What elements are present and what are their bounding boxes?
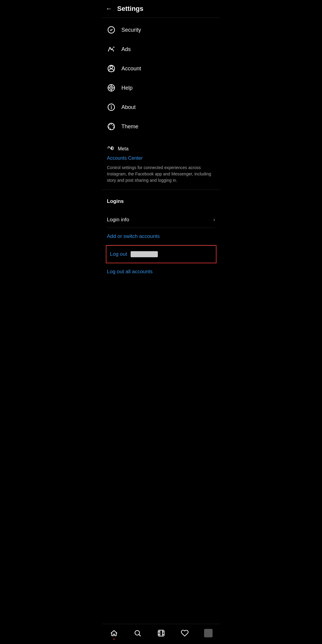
- svg-point-5: [110, 87, 112, 88]
- account-icon: [107, 64, 115, 73]
- meta-description: Control settings for connected experienc…: [107, 165, 215, 184]
- theme-icon: [107, 122, 115, 131]
- security-icon: [107, 26, 115, 34]
- svg-point-10: [111, 124, 112, 125]
- meta-logo-text: Meta: [118, 146, 129, 152]
- logins-title: Logins: [107, 198, 215, 204]
- theme-label: Theme: [122, 123, 138, 130]
- sidebar-item-help[interactable]: Help: [102, 78, 220, 98]
- meta-logo-row: Meta: [107, 146, 215, 152]
- sidebar-item-account[interactable]: Account: [102, 59, 220, 78]
- svg-point-1: [110, 66, 112, 69]
- home-icon: [110, 629, 118, 637]
- back-button[interactable]: ←: [106, 5, 112, 13]
- login-info-row[interactable]: Login info ›: [107, 212, 215, 228]
- about-icon: [107, 103, 115, 111]
- svg-point-13: [109, 124, 110, 125]
- logout-all-link[interactable]: Log out all accounts: [107, 263, 215, 280]
- nav-home[interactable]: [107, 627, 121, 639]
- ads-label: Ads: [122, 46, 131, 53]
- sidebar-item-ads[interactable]: Ads: [102, 40, 220, 59]
- logins-links: Login info › Add or switch accounts Log …: [102, 212, 220, 280]
- search-icon: [134, 629, 141, 637]
- svg-point-12: [113, 127, 114, 128]
- svg-point-8: [111, 106, 111, 106]
- profile-thumbnail: [204, 629, 213, 637]
- account-label: Account: [122, 66, 141, 72]
- about-label: About: [122, 104, 136, 111]
- divider: [102, 190, 220, 190]
- nav-profile[interactable]: [201, 627, 216, 639]
- heart-icon: [181, 629, 189, 637]
- page-title: Settings: [117, 5, 144, 13]
- logout-row[interactable]: Log out: [106, 245, 216, 263]
- reels-icon: [157, 629, 165, 637]
- nav-search[interactable]: [130, 627, 145, 639]
- bottom-nav: [102, 624, 220, 644]
- chevron-right-icon: ›: [213, 216, 215, 223]
- sidebar-item-security[interactable]: Security: [102, 20, 220, 40]
- ads-icon: [107, 45, 115, 53]
- logout-label: Log out: [110, 251, 127, 257]
- svg-point-11: [112, 125, 113, 126]
- help-icon: [107, 84, 115, 92]
- home-active-dot: [113, 639, 115, 640]
- meta-section: Meta Accounts Center Control settings fo…: [102, 139, 220, 188]
- svg-rect-17: [158, 630, 164, 636]
- logins-section: Logins: [102, 191, 220, 212]
- nav-reels[interactable]: [154, 627, 168, 639]
- login-info-label: Login info: [107, 217, 129, 223]
- username-redacted: [131, 251, 158, 257]
- meta-logo-icon: [107, 146, 115, 152]
- settings-menu: Security Ads Account: [102, 18, 220, 139]
- settings-header: ← Settings: [102, 0, 220, 18]
- help-label: Help: [122, 85, 133, 91]
- accounts-center-link[interactable]: Accounts Center: [107, 155, 215, 161]
- sidebar-item-about[interactable]: About: [102, 98, 220, 117]
- add-switch-accounts-link[interactable]: Add or switch accounts: [107, 228, 215, 245]
- nav-activity[interactable]: [177, 627, 192, 639]
- svg-point-15: [110, 128, 111, 129]
- bottom-spacer: [102, 280, 220, 304]
- sidebar-item-theme[interactable]: Theme: [102, 117, 220, 136]
- svg-point-14: [108, 127, 109, 128]
- security-label: Security: [122, 27, 141, 33]
